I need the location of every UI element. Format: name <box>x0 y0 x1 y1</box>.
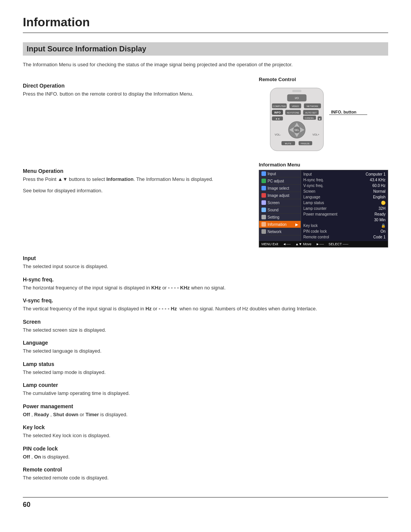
information-arrow: ▶ <box>295 222 298 227</box>
info-menu-content: Input Computer 1 H-sync freq. 43.4 KHz V… <box>301 170 388 241</box>
svg-text:VIDEO: VIDEO <box>292 105 299 107</box>
menu-operation-text: Press the Point ▲▼ buttons to select Inf… <box>23 176 244 183</box>
svg-text:■: ■ <box>319 118 320 120</box>
content-row-language: Language English <box>303 194 386 200</box>
content-row-powermgmt: Power management Ready <box>303 211 386 217</box>
footer-move1: ◄---- <box>283 242 291 246</box>
text-remotecontrol: The selected remote code is displayed. <box>23 474 388 482</box>
section-title: Input Source Information Display <box>23 42 388 56</box>
sidebar-information-label: Information <box>268 222 287 227</box>
content-val-remotecontrol: Code 1 <box>373 235 386 239</box>
imageselect-icon <box>261 186 266 190</box>
sidebar-item-input: Input <box>259 170 301 177</box>
intro-text: The Information Menu is used for checkin… <box>23 62 388 67</box>
heading-powermgmt: Power management <box>23 403 388 409</box>
remote-control-label: Remote Control <box>259 77 388 82</box>
text-screen: The selected screen size is displayed. <box>23 326 388 334</box>
heading-lampstatus: Lamp status <box>23 361 388 367</box>
text-lampcounter: The cumulative lamp operating time is di… <box>23 390 388 397</box>
footer-move2: ▲▼ Move <box>295 242 311 246</box>
svg-text:COMPUTER: COMPUTER <box>273 105 286 107</box>
network-icon <box>261 229 266 234</box>
svg-text:MUTE: MUTE <box>285 142 292 145</box>
content-label-remotecontrol: Remote control <box>303 235 329 239</box>
heading-pincodelock: PIN code lock <box>23 446 388 452</box>
content-row-screen: Screen Normal <box>303 189 386 194</box>
text-language: The selected language is displayed. <box>23 347 388 355</box>
setting-icon <box>261 215 266 219</box>
svg-text:INFO: INFO <box>274 111 281 114</box>
content-row-keylock: Key lock 🔒 <box>303 223 386 228</box>
sidebar-screen-label: Screen <box>268 201 280 205</box>
content-label-lampcounter: Lamp counter <box>303 206 327 211</box>
content-label-language: Language <box>303 195 320 199</box>
content-label-powermgmt: Power management <box>303 212 338 216</box>
sidebar-setting-label: Setting <box>268 215 279 219</box>
content-row-powermin: 30 Min <box>303 217 386 223</box>
svg-text:FREEZE: FREEZE <box>301 142 310 145</box>
content-val-lampstatus: 🟡 <box>381 201 386 205</box>
heading-lampcounter: Lamp counter <box>23 382 388 388</box>
screen-icon <box>261 200 266 205</box>
svg-text:VOL+: VOL+ <box>312 133 319 136</box>
text-lampstatus: The selected lamp mode is displayed. <box>23 369 388 376</box>
svg-rect-1 <box>292 90 301 92</box>
page-title: Information <box>23 15 388 33</box>
content-val-lampcounter: 32H <box>379 206 386 211</box>
content-val-vsync: 60.0 Hz <box>373 184 386 188</box>
svg-text:NETWORK: NETWORK <box>307 105 319 107</box>
content-label-keylock: Key lock <box>303 224 318 228</box>
direct-operation-heading: Direct Operation <box>23 83 244 89</box>
content-val-hsync: 43.4 KHz <box>370 178 386 182</box>
heading-screen: Screen <box>23 319 388 325</box>
info-menu-sidebar: Input PC adjust Image select Image <box>259 170 301 241</box>
svg-text:INFO. button: INFO. button <box>331 110 357 114</box>
sidebar-item-information: Information ▶ <box>259 221 301 228</box>
menu-operation-section: Menu Operation Press the Point ▲▼ button… <box>23 162 244 248</box>
sidebar-item-screen: Screen <box>259 199 301 206</box>
svg-text:CANCEL: CANCEL <box>305 117 314 119</box>
heading-vsync: V-sync freq. <box>23 297 388 304</box>
menu-operation-heading: Menu Operation <box>23 168 244 174</box>
sidebar-input-label: Input <box>268 172 276 176</box>
menu-operation-text2: See below for displayed information. <box>23 187 244 195</box>
direct-operation-text: Press the INFO. button on the remote con… <box>23 90 244 98</box>
footer-select: SELECT ----- <box>328 242 348 246</box>
text-pincodelock: Off , On is displayed. <box>23 453 388 461</box>
heading-hsync: H-sync freq. <box>23 276 388 283</box>
heading-keylock: Key lock <box>23 424 388 430</box>
content-val-powermgmt: Ready <box>374 212 386 216</box>
content-row-lampstatus: Lamp status 🟡 <box>303 200 386 206</box>
text-powermgmt: Off , Ready , Shut down or Timer is disp… <box>23 411 388 419</box>
content-label-pincodelock: PIN code lock <box>303 229 327 233</box>
sidebar-imageadjust-label: Image adjust <box>268 193 289 198</box>
content-val-input: Computer 1 <box>366 172 386 176</box>
sidebar-imageselect-label: Image select <box>268 186 289 190</box>
remote-control-svg: I/O COMPUTER VIDEO NETWORK INFO KEYSTONE… <box>259 86 335 155</box>
content-val-language: English <box>373 195 386 199</box>
sidebar-item-imageadjust: Image adjust <box>259 192 301 199</box>
remote-control-section: Remote Control I/O COMPUTER VIDEO <box>259 77 388 156</box>
text-keylock: The selected Key lock icon is displayed. <box>23 432 388 439</box>
svg-text:I/O: I/O <box>295 96 299 100</box>
info-menu-footer: MENU Exit ◄---- ▲▼ Move ►---- SELECT ---… <box>259 241 388 247</box>
sidebar-pcadjust-label: PC adjust <box>268 179 284 183</box>
content-label-lampstatus: Lamp status <box>303 201 324 205</box>
direct-operation-section: Direct Operation Press the INFO. button … <box>23 77 244 156</box>
text-vsync: The vertical frequency of the input sign… <box>23 305 388 313</box>
page-bottom: 60 <box>23 497 388 509</box>
sidebar-item-sound: Sound <box>259 206 301 214</box>
sidebar-network-label: Network <box>268 230 282 234</box>
info-menu-display: Input PC adjust Image select Image <box>259 170 388 248</box>
content-label-vsync: V-sync freq. <box>303 184 323 188</box>
sidebar-item-imageselect: Image select <box>259 185 301 192</box>
info-button-arrow: INFO. button <box>329 109 375 120</box>
content-label-input: Input <box>303 172 312 176</box>
content-val-keylock: 🔒 <box>381 224 386 228</box>
content-row-pincodelock: PIN code lock On <box>303 228 386 234</box>
svg-text:SEL: SEL <box>294 129 299 131</box>
content-row-remotecontrol: Remote control Code 1 <box>303 234 386 240</box>
svg-text:AUTO SET: AUTO SET <box>305 112 317 114</box>
footer-move3: ►---- <box>316 242 324 246</box>
heading-remotecontrol: Remote control <box>23 466 388 473</box>
